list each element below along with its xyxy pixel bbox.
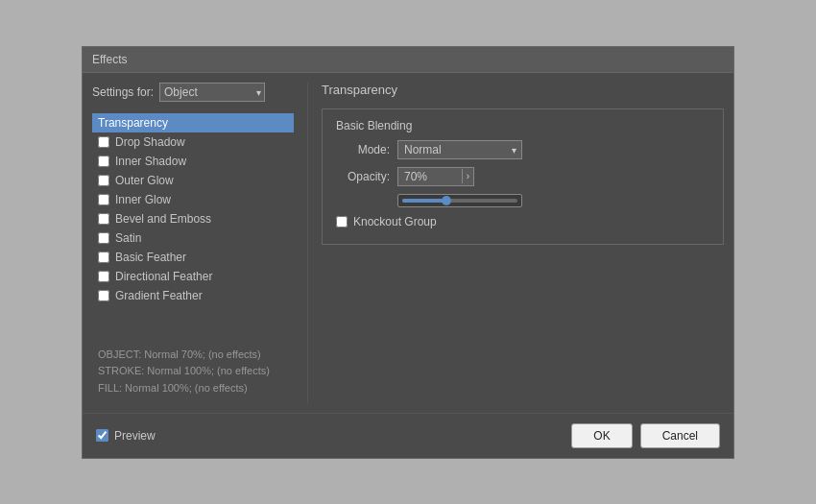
effect-checkbox-gradient-feather[interactable] xyxy=(98,290,109,301)
opacity-row: Opacity: 70% › xyxy=(336,167,709,186)
opacity-arrow[interactable]: › xyxy=(462,169,473,183)
dialog-body: Settings for: Object Stroke Fill Transpa… xyxy=(83,73,733,413)
effect-label-inner-glow: Inner Glow xyxy=(115,193,171,206)
effect-label-bevel-emboss: Bevel and Emboss xyxy=(115,212,211,226)
knockout-row: Knockout Group xyxy=(336,215,709,228)
panel-title: Transparency xyxy=(322,83,724,97)
effect-label-gradient-feather: Gradient Feather xyxy=(115,289,203,302)
panel-divider xyxy=(307,83,308,403)
status-line-object: OBJECT: Normal 70%; (no effects) xyxy=(98,347,288,364)
opacity-label: Opacity: xyxy=(336,170,390,183)
dialog-title: Effects xyxy=(83,47,733,73)
status-info: OBJECT: Normal 70%; (no effects) STROKE:… xyxy=(92,341,294,403)
opacity-value: 70% xyxy=(398,168,462,185)
opacity-slider[interactable] xyxy=(397,194,522,207)
effect-checkbox-inner-glow[interactable] xyxy=(98,194,109,205)
settings-for-select-wrapper: Object Stroke Fill xyxy=(159,83,265,102)
effect-item-inner-shadow[interactable]: Inner Shadow xyxy=(92,152,294,171)
left-panel: Settings for: Object Stroke Fill Transpa… xyxy=(92,83,294,403)
isolate-slider-row xyxy=(336,194,709,207)
mode-select-wrapper: Normal Multiply Screen Overlay Soft Ligh… xyxy=(397,140,522,159)
effect-checkbox-satin[interactable] xyxy=(98,232,109,244)
effect-label-satin: Satin xyxy=(115,231,141,245)
status-line-fill: FILL: Normal 100%; (no effects) xyxy=(98,380,288,397)
effects-dialog: Effects Settings for: Object Stroke Fill… xyxy=(82,46,734,459)
effect-label-transparency: Transparency xyxy=(98,116,168,130)
effect-checkbox-drop-shadow[interactable] xyxy=(98,136,109,148)
effect-checkbox-directional-feather[interactable] xyxy=(98,271,109,282)
mode-label: Mode: xyxy=(336,143,390,156)
knockout-label: Knockout Group xyxy=(353,215,437,228)
slider-thumb[interactable] xyxy=(442,196,451,205)
ok-button[interactable]: OK xyxy=(571,423,632,448)
effects-list: Transparency Drop Shadow Inner Shadow Ou… xyxy=(92,113,294,305)
settings-for-row: Settings for: Object Stroke Fill xyxy=(92,83,294,102)
status-line-stroke: STROKE: Normal 100%; (no effects) xyxy=(98,363,288,380)
effect-checkbox-bevel-emboss[interactable] xyxy=(98,213,109,225)
effect-item-drop-shadow[interactable]: Drop Shadow xyxy=(92,132,294,152)
dialog-footer: Preview OK Cancel xyxy=(83,413,733,458)
effect-checkbox-outer-glow[interactable] xyxy=(98,175,109,186)
preview-checkbox[interactable] xyxy=(96,429,108,442)
settings-for-label: Settings for: xyxy=(92,85,154,99)
effect-item-transparency[interactable]: Transparency xyxy=(92,113,294,132)
footer-buttons: OK Cancel xyxy=(571,423,720,448)
settings-for-select[interactable]: Object Stroke Fill xyxy=(159,83,265,102)
effect-item-satin[interactable]: Satin xyxy=(92,228,294,248)
effect-label-directional-feather: Directional Feather xyxy=(115,270,212,283)
cancel-button[interactable]: Cancel xyxy=(640,423,720,448)
preview-check: Preview xyxy=(96,429,156,443)
effect-label-drop-shadow: Drop Shadow xyxy=(115,135,185,149)
preview-label: Preview xyxy=(114,429,156,443)
effect-label-outer-glow: Outer Glow xyxy=(115,174,174,187)
effect-item-basic-feather[interactable]: Basic Feather xyxy=(92,248,294,267)
effect-item-inner-glow[interactable]: Inner Glow xyxy=(92,190,294,209)
mode-select[interactable]: Normal Multiply Screen Overlay Soft Ligh… xyxy=(397,140,522,159)
effect-label-inner-shadow: Inner Shadow xyxy=(115,155,186,168)
effect-item-bevel-emboss[interactable]: Bevel and Emboss xyxy=(92,209,294,228)
knockout-checkbox[interactable] xyxy=(336,216,348,228)
slider-track xyxy=(402,199,517,203)
basic-blending-label: Basic Blending xyxy=(336,119,709,132)
opacity-box: 70% › xyxy=(397,167,474,186)
effect-checkbox-basic-feather[interactable] xyxy=(98,252,109,263)
effect-item-gradient-feather[interactable]: Gradient Feather xyxy=(92,286,294,305)
effect-label-basic-feather: Basic Feather xyxy=(115,251,186,264)
right-panel: Transparency Basic Blending Mode: Normal… xyxy=(322,83,724,403)
effect-item-outer-glow[interactable]: Outer Glow xyxy=(92,171,294,190)
effect-item-directional-feather[interactable]: Directional Feather xyxy=(92,267,294,286)
basic-blending-section: Basic Blending Mode: Normal Multiply Scr… xyxy=(322,108,724,245)
effect-checkbox-inner-shadow[interactable] xyxy=(98,156,109,167)
mode-row: Mode: Normal Multiply Screen Overlay Sof… xyxy=(336,140,709,159)
